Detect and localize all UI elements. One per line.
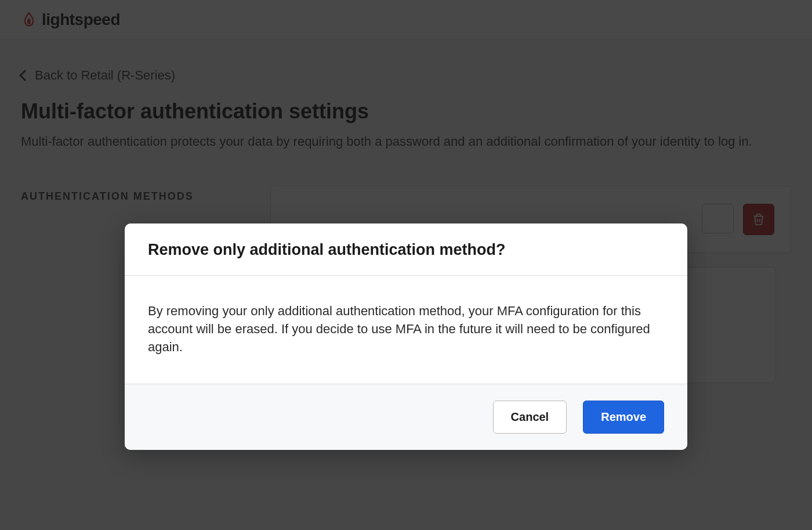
modal-body: By removing your only additional authent… bbox=[125, 276, 687, 384]
confirm-remove-modal: Remove only additional authentication me… bbox=[125, 223, 687, 450]
cancel-button[interactable]: Cancel bbox=[493, 401, 567, 434]
modal-overlay[interactable]: Remove only additional authentication me… bbox=[0, 0, 812, 530]
remove-button[interactable]: Remove bbox=[583, 401, 664, 434]
modal-title: Remove only additional authentication me… bbox=[148, 241, 664, 259]
modal-header: Remove only additional authentication me… bbox=[125, 223, 687, 276]
modal-footer: Cancel Remove bbox=[125, 384, 687, 450]
modal-body-text: By removing your only additional authent… bbox=[148, 302, 664, 356]
